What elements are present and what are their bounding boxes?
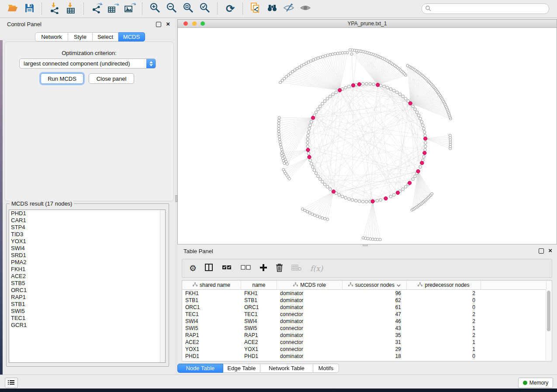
leaf-node[interactable] <box>364 237 367 240</box>
float-window-icon[interactable] <box>539 248 544 254</box>
search-network-button[interactable] <box>266 2 279 15</box>
leaf-node[interactable] <box>350 53 353 55</box>
network-canvas[interactable] <box>178 28 557 244</box>
run-mcds-button[interactable]: Run MCDS <box>41 73 83 84</box>
network-node[interactable] <box>323 183 326 186</box>
network-node[interactable] <box>379 199 382 202</box>
cell[interactable]: PHD1 <box>182 353 241 360</box>
column-header-predecessor-nodes[interactable]: predecessor nodes <box>407 281 481 289</box>
cell[interactable]: ACE2 <box>241 339 277 346</box>
mcds-result-item[interactable]: CAR1 <box>9 217 165 224</box>
leaf-node[interactable] <box>324 55 327 57</box>
cell[interactable]: YOX1 <box>182 346 241 353</box>
leaf-node[interactable] <box>379 238 381 241</box>
cell[interactable]: FKH1 <box>182 290 241 297</box>
network-node[interactable] <box>365 200 368 203</box>
network-node[interactable] <box>321 180 324 183</box>
save-session-button[interactable] <box>23 2 36 15</box>
leaf-node[interactable] <box>286 163 288 165</box>
network-node[interactable] <box>422 124 425 127</box>
leaf-node[interactable] <box>326 218 329 221</box>
network-node[interactable] <box>315 172 318 175</box>
cell[interactable]: dominator <box>277 290 343 297</box>
leaf-node[interactable] <box>339 52 341 55</box>
leaf-node[interactable] <box>280 148 283 151</box>
scrollbar-thumb[interactable] <box>547 291 550 331</box>
import-table-button[interactable] <box>65 2 78 15</box>
mcds-dominator-node[interactable] <box>311 116 315 120</box>
network-node[interactable] <box>309 159 312 162</box>
cell[interactable]: 31 <box>343 339 407 346</box>
network-node[interactable] <box>309 124 312 127</box>
cell[interactable]: RAP1 <box>182 332 241 339</box>
cell[interactable]: SWI4 <box>182 318 241 325</box>
memory-button[interactable]: Memory <box>518 378 553 388</box>
mcds-result-item[interactable]: STP4 <box>9 224 165 231</box>
cell[interactable]: connector <box>277 325 343 332</box>
cell[interactable]: 43 <box>343 325 407 332</box>
table-row[interactable]: RAP1RAP1dominator352 <box>182 332 552 339</box>
leaf-node[interactable] <box>318 216 321 218</box>
leaf-node[interactable] <box>341 52 344 54</box>
leaf-node[interactable] <box>431 193 433 195</box>
leaf-node[interactable] <box>326 54 329 57</box>
network-node[interactable] <box>317 175 320 178</box>
unselect-all-columns-icon[interactable] <box>241 265 251 272</box>
show-all-button[interactable] <box>299 2 312 15</box>
table-row[interactable]: ACE2ACE2connector311 <box>182 339 552 346</box>
mcds-result-item[interactable]: PHD1 <box>9 210 165 217</box>
leaf-node[interactable] <box>277 125 280 127</box>
show-columns-icon[interactable] <box>205 264 214 273</box>
network-node[interactable] <box>419 165 422 168</box>
table-row[interactable]: FKH1FKH1dominator962 <box>182 290 552 297</box>
mcds-dominator-node[interactable] <box>376 83 380 86</box>
leaf-node[interactable] <box>308 212 311 214</box>
cell[interactable]: 1 <box>407 325 481 332</box>
network-node[interactable] <box>317 108 320 111</box>
network-node[interactable] <box>412 105 415 108</box>
refresh-button[interactable]: ⟳ <box>224 2 237 15</box>
cell[interactable]: 0 <box>407 297 481 304</box>
cell[interactable]: SWI5 <box>182 325 241 332</box>
network-node[interactable] <box>396 91 399 94</box>
network-node[interactable] <box>386 86 389 89</box>
mcds-result-item[interactable]: FKH1 <box>9 266 165 273</box>
network-node[interactable] <box>369 83 372 86</box>
network-node[interactable] <box>362 200 365 203</box>
network-node[interactable] <box>318 178 322 181</box>
cell[interactable]: connector <box>277 339 343 346</box>
column-header-successor-nodes[interactable]: successor nodes <box>343 281 407 289</box>
cell[interactable]: 0 <box>407 304 481 311</box>
network-node[interactable] <box>423 131 426 134</box>
cell[interactable]: STB1 <box>241 297 277 304</box>
network-node[interactable] <box>365 83 368 86</box>
leaf-node[interactable] <box>279 81 282 84</box>
network-node[interactable] <box>392 89 395 92</box>
leaf-node[interactable] <box>278 117 280 119</box>
import-network-button[interactable] <box>48 2 61 15</box>
network-node[interactable] <box>354 199 357 203</box>
network-node[interactable] <box>398 93 401 96</box>
cell[interactable]: 29 <box>343 346 407 353</box>
export-network-button[interactable] <box>90 2 103 15</box>
cell[interactable]: 2 <box>407 290 481 297</box>
zoom-selected-button[interactable] <box>198 2 211 15</box>
leaf-node[interactable] <box>406 64 409 67</box>
mcds-dominator-node[interactable] <box>332 190 335 193</box>
cell[interactable]: ORC1 <box>241 304 277 311</box>
cell[interactable]: FKH1 <box>241 290 277 297</box>
leaf-node[interactable] <box>278 133 280 135</box>
leaf-node[interactable] <box>334 52 336 55</box>
network-node[interactable] <box>420 120 423 124</box>
tab-node-table[interactable]: Node Table <box>177 364 223 373</box>
leaf-node[interactable] <box>336 52 339 55</box>
cell[interactable]: YOX1 <box>241 346 277 353</box>
cell[interactable]: dominator <box>277 318 343 325</box>
tab-network[interactable]: Network <box>35 32 68 41</box>
network-node[interactable] <box>329 188 332 191</box>
network-node[interactable] <box>310 162 313 165</box>
cell[interactable]: STB1 <box>182 297 241 304</box>
network-node[interactable] <box>307 134 310 137</box>
network-node[interactable] <box>376 199 379 203</box>
leaf-node[interactable] <box>304 209 306 212</box>
